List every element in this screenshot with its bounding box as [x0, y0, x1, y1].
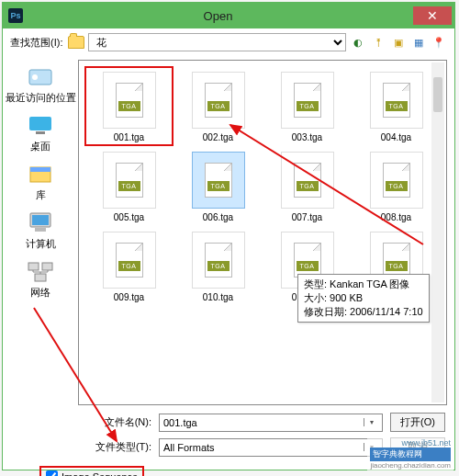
recent-icon	[26, 63, 55, 89]
libraries-icon	[26, 161, 55, 187]
back-icon[interactable]: ◐	[350, 34, 366, 51]
file-item[interactable]: TGA007.tga	[263, 146, 352, 226]
file-name: 002.tga	[203, 132, 233, 142]
pin-icon[interactable]: 📍	[431, 34, 447, 51]
close-button[interactable]: ✕	[413, 6, 452, 25]
svg-rect-10	[42, 263, 52, 270]
filename-input[interactable]: 001.tga▾	[159, 414, 383, 432]
sidebar-item-desktop[interactable]: 桌面	[24, 110, 57, 155]
file-thumbnail: TGA	[103, 232, 156, 289]
file-item[interactable]: TGA003.tga	[263, 66, 352, 146]
file-name: 009.tga	[114, 292, 144, 302]
svg-rect-2	[29, 117, 51, 130]
scrollbar-handle[interactable]	[433, 77, 442, 112]
file-name: 005.tga	[114, 212, 144, 222]
svg-rect-5	[30, 167, 50, 172]
file-item[interactable]: TGA008.tga	[352, 146, 441, 226]
open-dialog: Ps Open ✕ 查找范围(I): 花 ◐ ⭱ ▣ ▦ 📍 最近访问的位置 桌…	[2, 2, 455, 470]
window-title: Open	[23, 9, 413, 23]
lookin-dropdown[interactable]: 花	[88, 33, 346, 51]
file-name: 006.tga	[203, 212, 233, 222]
file-thumbnail: TGA	[192, 232, 245, 289]
svg-rect-9	[28, 263, 39, 270]
filetype-label: 文件类型(T):	[87, 440, 151, 454]
sidebar-item-recent[interactable]: 最近访问的位置	[4, 62, 78, 107]
filetype-dropdown[interactable]: All Formats▾	[159, 438, 383, 457]
file-name: 001.tga	[114, 132, 144, 142]
svg-rect-11	[35, 274, 46, 281]
view-menu-icon[interactable]: ▦	[410, 34, 427, 51]
file-thumbnail: TGA	[192, 72, 245, 129]
up-icon[interactable]: ⭱	[370, 34, 386, 51]
file-item[interactable]: TGA002.tga	[174, 66, 263, 146]
filename-label: 文件名(N):	[87, 415, 151, 429]
places-sidebar: 最近访问的位置 桌面 库 计算机 网络	[3, 56, 78, 405]
file-item[interactable]: TGA009.tga	[84, 226, 174, 306]
folder-icon	[68, 36, 84, 49]
desktop-icon	[26, 112, 55, 138]
titlebar[interactable]: Ps Open ✕	[3, 3, 454, 28]
network-icon	[26, 258, 55, 284]
chevron-down-icon[interactable]: ▾	[364, 418, 378, 426]
sidebar-item-label: 桌面	[30, 140, 50, 153]
sidebar-item-network[interactable]: 网络	[24, 256, 57, 301]
file-thumbnail: TGA	[103, 152, 156, 209]
checkbox-input[interactable]	[46, 470, 58, 476]
file-thumbnail: TGA	[281, 72, 334, 129]
file-thumbnail: TGA	[192, 152, 245, 209]
svg-point-1	[32, 74, 38, 80]
file-item[interactable]: TGA010.tga	[174, 226, 263, 306]
file-name: 008.tga	[381, 212, 411, 222]
scrollbar[interactable]	[431, 62, 444, 402]
sidebar-item-label: 计算机	[26, 237, 56, 251]
lookin-label: 查找范围(I):	[10, 36, 62, 50]
sidebar-item-label: 最近访问的位置	[6, 91, 76, 105]
open-button[interactable]: 打开(O)	[390, 413, 445, 432]
file-name: 003.tga	[292, 132, 322, 142]
file-thumbnail: TGA	[370, 72, 423, 129]
sidebar-item-label: 网络	[30, 286, 50, 300]
svg-rect-8	[35, 228, 46, 232]
file-thumbnail: TGA	[370, 152, 423, 209]
new-folder-icon[interactable]: ▣	[390, 34, 407, 51]
file-item[interactable]: TGA006.tga	[174, 146, 263, 226]
svg-rect-7	[32, 215, 49, 225]
file-thumbnail: TGA	[103, 72, 156, 129]
watermark: www.jb51.net 智字典教程网 jiaocheng.chazidian.…	[367, 437, 453, 470]
file-item[interactable]: TGA005.tga	[84, 146, 174, 226]
app-icon: Ps	[8, 8, 23, 23]
svg-rect-3	[36, 131, 45, 134]
file-item[interactable]: TGA004.tga	[352, 66, 441, 146]
sidebar-item-label: 库	[36, 188, 46, 202]
file-item[interactable]: TGA001.tga	[84, 66, 174, 146]
file-name: 010.tga	[203, 292, 233, 302]
file-thumbnail: TGA	[281, 152, 334, 209]
file-name: 007.tga	[292, 212, 322, 222]
sidebar-item-libraries[interactable]: 库	[24, 159, 57, 204]
file-list[interactable]: TGA001.tgaTGA002.tgaTGA003.tgaTGA004.tga…	[78, 60, 447, 405]
sidebar-item-computer[interactable]: 计算机	[24, 208, 58, 253]
computer-icon	[26, 210, 55, 235]
toolbar: 查找范围(I): 花 ◐ ⭱ ▣ ▦ 📍	[3, 28, 454, 56]
file-tooltip: 类型: Kankan TGA 图像 大小: 900 KB 修改日期: 2006/…	[297, 274, 430, 323]
file-name: 004.tga	[381, 132, 411, 142]
image-sequence-checkbox[interactable]: Image Sequence	[41, 468, 142, 476]
